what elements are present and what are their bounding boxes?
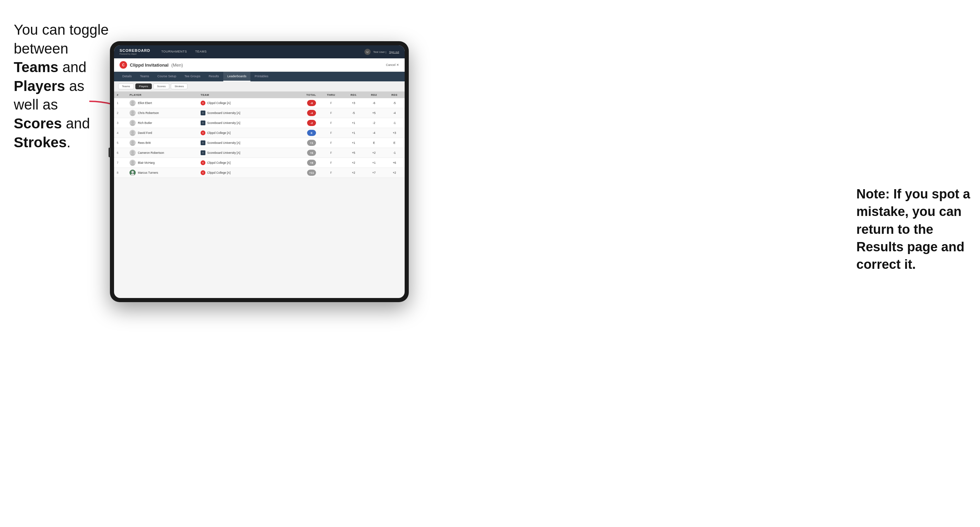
score-badge: +11 <box>307 170 316 176</box>
cell-rank: 3 <box>114 118 127 128</box>
svg-point-6 <box>130 124 135 126</box>
tab-results[interactable]: Results <box>205 72 223 81</box>
tournament-name: Clippd Invitational <box>130 62 169 68</box>
col-team: TEAM <box>198 92 278 98</box>
cell-team: CClippd College [A] <box>198 98 278 108</box>
bold-players: Players <box>14 78 65 94</box>
cell-team: CClippd College [A] <box>198 128 278 138</box>
left-annotation: You can toggle between Teams and Players… <box>14 21 110 152</box>
player-avatar <box>129 140 136 146</box>
cell-rd1: +1 <box>343 128 363 138</box>
svg-point-1 <box>131 101 134 104</box>
svg-point-4 <box>130 114 135 116</box>
cell-rd3: +3 <box>384 128 405 138</box>
toggle-players[interactable]: Players <box>135 83 152 89</box>
cell-player: Cameron Robertson <box>127 148 198 158</box>
user-label: Test User | <box>373 51 387 54</box>
team-name: Clippd College [A] <box>207 171 231 175</box>
cell-total: +11 <box>292 168 319 178</box>
tab-printables[interactable]: Printables <box>250 72 272 81</box>
team-name: Clippd College [A] <box>207 101 231 105</box>
player-avatar <box>129 150 136 156</box>
table-row: 3 Rich Butler≡Scoreboard University [A]-… <box>114 118 405 128</box>
team-name: Scoreboard University [A] <box>207 151 240 154</box>
team-logo: C <box>200 130 205 135</box>
cell-rd1: +1 <box>343 138 363 148</box>
player-avatar <box>129 160 136 166</box>
table-container[interactable]: # PLAYER TEAM TOTAL THRU RD1 RD2 RD3 1 E… <box>114 92 405 178</box>
score-badge: +1 <box>307 140 316 146</box>
nav-tournaments[interactable]: TOURNAMENTS <box>157 45 191 58</box>
cell-rd1: +1 <box>343 118 363 128</box>
scoreboard-logo: SCOREBOARD Powered by clippd <box>119 49 150 55</box>
cell-rd3: -4 <box>384 108 405 118</box>
cell-player: Elliot Ebert <box>127 98 198 108</box>
cell-rd2: -6 <box>364 98 384 108</box>
right-annotation: Note: If you spot a mistake, you can ret… <box>856 186 973 273</box>
player-name: Elliot Ebert <box>138 101 152 105</box>
svg-point-8 <box>130 133 135 136</box>
tab-tee-groups[interactable]: Tee Groups <box>180 72 205 81</box>
toggle-row: Teams Players Scores Strokes <box>114 81 405 92</box>
player-name: Cameron Robertson <box>138 151 164 154</box>
sign-out-link[interactable]: Sign out <box>389 51 399 54</box>
svg-point-7 <box>131 131 134 133</box>
svg-point-16 <box>132 171 134 173</box>
cell-rd1: +2 <box>343 158 363 168</box>
player-name: Chris Robertson <box>138 111 159 115</box>
cell-rank: 7 <box>114 158 127 168</box>
player-avatar <box>129 130 136 136</box>
player-name: Rees Britt <box>138 141 150 144</box>
cell-rd1: +5 <box>343 148 363 158</box>
cell-rank: 5 <box>114 138 127 148</box>
cell-team: CClippd College [A] <box>198 168 278 178</box>
cell-rd3: -1 <box>384 118 405 128</box>
cell-rd3: E <box>384 138 405 148</box>
tab-teams[interactable]: Teams <box>136 72 154 81</box>
bold-teams: Teams <box>14 59 58 75</box>
cell-thru: F <box>319 128 343 138</box>
col-rank: # <box>114 92 127 98</box>
cell-rank: 2 <box>114 108 127 118</box>
col-player: PLAYER <box>127 92 198 98</box>
cell-rd2: -4 <box>364 128 384 138</box>
cell-rd2: +7 <box>364 168 384 178</box>
svg-point-12 <box>130 154 135 156</box>
svg-point-11 <box>131 151 134 154</box>
bold-strokes: Strokes <box>14 134 67 150</box>
player-name: Blair McHarg <box>138 161 154 165</box>
cell-rank: 4 <box>114 128 127 138</box>
team-logo: C <box>200 170 205 175</box>
team-name: Clippd College [A] <box>207 161 231 165</box>
col-total: TOTAL <box>292 92 319 98</box>
cancel-button[interactable]: Cancel ✕ <box>386 63 399 67</box>
team-name: Scoreboard University [A] <box>207 141 240 144</box>
nav-teams[interactable]: TEAMS <box>191 45 211 58</box>
player-avatar <box>129 120 136 126</box>
tab-leaderboards[interactable]: Leaderboards <box>223 72 251 81</box>
toggle-teams[interactable]: Teams <box>118 83 134 89</box>
cell-team: ≡Scoreboard University [A] <box>198 148 278 158</box>
nav-links: TOURNAMENTS TEAMS <box>157 45 210 58</box>
cell-rd2: +5 <box>364 108 384 118</box>
team-logo: ≡ <box>200 140 205 145</box>
score-badge: -2 <box>307 120 316 126</box>
team-logo: C <box>200 160 205 165</box>
toggle-scores[interactable]: Scores <box>153 83 169 89</box>
tab-details[interactable]: Details <box>118 72 136 81</box>
table-row: 7 Blair McHargCClippd College [A]+8F+2+1… <box>114 158 405 168</box>
tabs-bar: Details Teams Course Setup Tee Groups Re… <box>114 72 405 81</box>
tab-course-setup[interactable]: Course Setup <box>153 72 180 81</box>
cell-thru: F <box>319 168 343 178</box>
logo-main-text: SCOREBOARD <box>119 49 150 52</box>
tournament-header: C Clippd Invitational (Men) Cancel ✕ <box>114 58 405 72</box>
cell-total: -2 <box>292 118 319 128</box>
tournament-logo: C <box>119 61 127 69</box>
cell-player: David Ford <box>127 128 198 138</box>
bold-scores: Scores <box>14 115 62 132</box>
svg-point-10 <box>130 143 135 146</box>
cell-rd3: +2 <box>384 168 405 178</box>
table-row: 2 Chris Robertson≡Scoreboard University … <box>114 108 405 118</box>
toggle-strokes[interactable]: Strokes <box>171 83 188 89</box>
header-right: U Test User | Sign out <box>364 49 399 55</box>
